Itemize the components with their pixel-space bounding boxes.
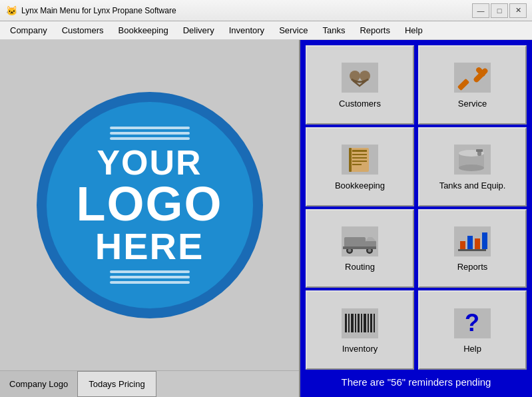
svg-rect-14 (349, 148, 352, 172)
svg-rect-38 (348, 314, 350, 332)
svg-rect-10 (352, 154, 367, 155)
customers-label: Customers (339, 99, 381, 109)
menu-bar: Company Customers Bookkeeping Delivery I… (0, 21, 532, 40)
logo-line-5 (110, 276, 190, 278)
logo-line-3 (110, 137, 190, 140)
logo-line-6 (110, 281, 190, 284)
svg-rect-41 (358, 314, 360, 332)
svg-rect-46 (374, 314, 375, 332)
svg-rect-43 (364, 314, 366, 332)
svg-rect-44 (368, 314, 369, 332)
tanks-button[interactable]: Tanks and Equip. (418, 127, 527, 206)
logo-line-1 (110, 127, 190, 129)
grid-row-1: Customers Service (306, 45, 527, 125)
reminders-text: There are "56" reminders pending (306, 372, 527, 392)
svg-rect-11 (352, 157, 367, 159)
svg-rect-13 (352, 164, 362, 165)
svg-rect-45 (370, 314, 372, 332)
logo-text-your: YOUR (97, 145, 202, 180)
grid-row-3: Routing Rep (306, 209, 527, 288)
inventory-label: Inventory (342, 344, 378, 354)
tanks-icon (453, 143, 493, 177)
logo-circle-outer: YOUR LOGO HERE (37, 92, 263, 318)
svg-point-18 (459, 165, 484, 171)
left-panel: YOUR LOGO HERE Company Logo Todays Prici… (0, 40, 300, 397)
menu-company[interactable]: Company (3, 22, 55, 39)
help-icon: ? (453, 306, 493, 340)
menu-help[interactable]: Help (398, 22, 430, 39)
svg-text:?: ? (465, 309, 479, 336)
help-button[interactable]: ? Help (418, 290, 527, 370)
logo-text-logo: LOGO (77, 180, 223, 228)
logo-area: YOUR LOGO HERE (0, 40, 299, 370)
logo-lines-top (110, 127, 190, 140)
customers-icon (340, 61, 380, 95)
reports-icon (453, 224, 493, 258)
todays-pricing-button[interactable]: Todays Pricing (77, 371, 156, 397)
svg-rect-40 (355, 314, 356, 332)
svg-rect-32 (460, 241, 465, 249)
svg-rect-33 (467, 236, 473, 249)
inventory-icon (340, 306, 380, 340)
menu-tanks[interactable]: Tanks (315, 22, 352, 39)
customers-button[interactable]: Customers (306, 45, 414, 125)
routing-icon (340, 224, 380, 258)
reports-label: Reports (457, 262, 488, 272)
minimize-button[interactable]: — (472, 3, 489, 18)
routing-label: Routing (345, 262, 375, 272)
menu-inventory[interactable]: Inventory (222, 22, 272, 39)
service-icon (453, 61, 493, 95)
svg-rect-12 (352, 161, 367, 162)
close-button[interactable]: ✕ (509, 3, 527, 18)
help-label: Help (463, 344, 481, 354)
title-bar: 🐱 Lynx Main Menu for Lynx Propane Softwa… (0, 0, 532, 21)
svg-rect-34 (475, 238, 480, 249)
logo-line-2 (110, 132, 190, 135)
svg-point-1 (350, 71, 360, 81)
service-button[interactable]: Service (418, 45, 527, 125)
grid-row-2: Bookkeeping (306, 127, 527, 206)
title-bar-text: Lynx Main Menu for Lynx Propane Software (21, 6, 472, 15)
logo-text-here: HERE (95, 228, 204, 265)
svg-rect-31 (458, 249, 486, 251)
svg-point-26 (348, 248, 352, 252)
main-content: YOUR LOGO HERE Company Logo Todays Prici… (0, 40, 532, 397)
menu-bookkeeping[interactable]: Bookkeeping (111, 22, 176, 39)
reports-button[interactable]: Reports (418, 209, 527, 288)
svg-rect-29 (343, 246, 376, 249)
svg-rect-36 (342, 308, 378, 338)
inventory-button[interactable]: Inventory (306, 290, 414, 370)
svg-rect-9 (352, 150, 367, 152)
bottom-buttons: Company Logo Todays Pricing (0, 370, 299, 397)
tanks-label: Tanks and Equip. (439, 181, 506, 191)
svg-point-28 (368, 248, 372, 252)
svg-rect-20 (476, 149, 483, 152)
svg-rect-37 (345, 314, 347, 332)
menu-service[interactable]: Service (272, 22, 315, 39)
logo-line-4 (110, 270, 190, 273)
svg-rect-35 (482, 232, 487, 249)
bookkeeping-icon (340, 143, 380, 177)
logo-lines-bottom (110, 270, 190, 284)
company-logo-button[interactable]: Company Logo (0, 371, 77, 397)
bookkeeping-button[interactable]: Bookkeeping (306, 127, 414, 206)
menu-reports[interactable]: Reports (352, 22, 398, 39)
svg-point-2 (360, 71, 370, 81)
title-bar-buttons: — □ ✕ (472, 3, 527, 18)
routing-button[interactable]: Routing (306, 209, 414, 288)
maximize-button[interactable]: □ (491, 3, 508, 18)
logo-circle-inner: YOUR LOGO HERE (47, 102, 253, 308)
svg-rect-42 (361, 314, 362, 332)
menu-customers[interactable]: Customers (55, 22, 111, 39)
bookkeeping-label: Bookkeeping (335, 181, 385, 191)
right-panel: Customers Service (300, 40, 532, 397)
app-icon: 🐱 (5, 5, 17, 17)
service-label: Service (458, 99, 487, 109)
grid-row-4: Inventory ? Help (306, 290, 527, 370)
menu-delivery[interactable]: Delivery (176, 22, 222, 39)
svg-rect-39 (351, 314, 354, 332)
